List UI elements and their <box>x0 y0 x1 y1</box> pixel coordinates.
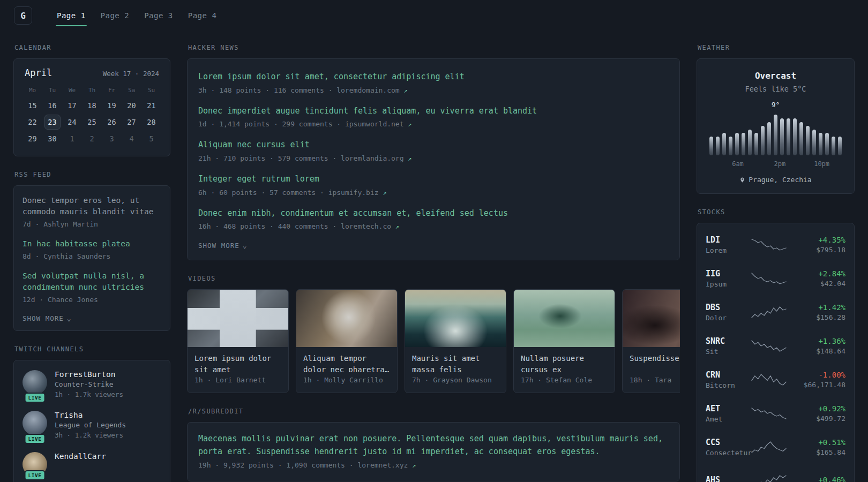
twitch-channel-name[interactable]: Trisha <box>55 411 126 419</box>
stocks-section: STOCKS LDI Lorem +4.35% $795.18 IIG <box>697 208 855 482</box>
calendar-day: 1 <box>64 131 80 146</box>
show-more-label: SHOW MORE <box>23 314 64 322</box>
tab-page-4[interactable]: Page 4 <box>181 0 225 31</box>
rss-item-title[interactable]: In hac habitasse platea <box>23 238 161 250</box>
video-title[interactable]: Lorem ipsum dolor sit amet consectetu… <box>188 347 288 372</box>
calendar-day: 20 <box>124 98 140 113</box>
hn-story-source-link[interactable]: loremlandia.org ↗ <box>341 154 411 162</box>
calendar-day: 21 <box>144 98 160 113</box>
tab-page-3[interactable]: Page 3 <box>137 0 181 31</box>
stock-ticker: LDI <box>706 235 751 245</box>
calendar-weekday: Tu <box>49 87 56 94</box>
twitch-channel[interactable]: LIVE Trisha League of Legends 3h · 1.2k … <box>23 411 161 440</box>
video-thumbnail[interactable] <box>188 290 288 347</box>
video-thumbnail[interactable] <box>514 290 615 347</box>
calendar-day: 5 <box>144 131 160 146</box>
stock-row[interactable]: CRN Bitcorn -1.00% $66,171.48 <box>706 363 845 396</box>
calendar-week-year: Week 17 · 2024 <box>103 70 159 78</box>
stock-row[interactable]: AET Amet +0.92% $499.72 <box>706 396 845 430</box>
video-card[interactable]: Nullam posuere cursus ex 17h · Stefan Co… <box>513 289 615 393</box>
hn-story-title[interactable]: Donec imperdiet augue tincidunt felis al… <box>198 105 669 117</box>
video-title[interactable]: Suspendisse diam <box>623 347 680 372</box>
calendar-day: 16 <box>44 98 61 113</box>
video-title[interactable]: Mauris sit amet massa felis <box>405 347 506 372</box>
video-card[interactable]: Mauris sit amet massa felis 7h · Grayson… <box>405 289 506 393</box>
hn-story-title[interactable]: Donec enim nibh, condimentum et accumsan… <box>198 207 669 220</box>
calendar-weekday-row: Mo Tu We Th Fr Sa Su <box>23 87 161 94</box>
stock-values: +0.92% $499.72 <box>794 404 845 423</box>
weather-condition: Overcast <box>706 71 845 81</box>
video-title[interactable]: Aliquam tempor dolor nec pharetra… <box>296 347 397 372</box>
hn-story: Aliquam nec cursus elit 21h · 710 points… <box>198 134 669 168</box>
hn-story-title[interactable]: Lorem ipsum dolor sit amet, consectetur … <box>198 71 669 83</box>
calendar-day: 19 <box>104 98 120 113</box>
stock-ticker: AET <box>706 404 751 413</box>
rss-show-more-button[interactable]: SHOW MORE ⌄ <box>23 314 161 322</box>
rss-widget: Donec tempor eros leo, ut commodo mauris… <box>13 185 170 331</box>
calendar-weekday: We <box>69 87 76 94</box>
calendar-day: 25 <box>84 115 100 130</box>
stock-id: AHS <box>706 475 751 482</box>
hn-story: Donec imperdiet augue tincidunt felis al… <box>198 100 669 134</box>
live-badge: LIVE <box>25 434 46 444</box>
stock-price: $66,171.48 <box>794 381 845 389</box>
weather-bar <box>819 133 822 155</box>
app-logo[interactable]: G <box>14 6 32 25</box>
video-meta: 1h · Molly Carrillo <box>296 372 397 392</box>
hackernews-widget: Lorem ipsum dolor sit amet, consectetur … <box>187 58 680 260</box>
tab-page-2[interactable]: Page 2 <box>93 0 137 31</box>
stock-change: +2.84% <box>794 269 845 278</box>
video-title[interactable]: Nullam posuere cursus ex <box>514 347 615 372</box>
stock-row[interactable]: SNRC Sit +1.36% $148.64 <box>706 329 845 363</box>
twitch-channel-meta: 1h · 1.7k viewers <box>55 390 123 400</box>
stock-price: $148.64 <box>794 347 845 355</box>
section-title-videos: VIDEOS <box>188 275 680 282</box>
tab-page-1[interactable]: Page 1 <box>49 0 93 31</box>
hn-story-title[interactable]: Aliquam nec cursus elit <box>198 139 669 151</box>
weather-widget: Overcast Feels like 5°C 9° 6am 2pm 10pm … <box>697 58 855 194</box>
hn-story-meta: 16h · 468 points · 440 comments · <box>198 222 341 230</box>
stock-row[interactable]: CCS Consectetur +0.51% $165.84 <box>706 430 845 464</box>
hn-story-meta-row: 3h · 148 points · 116 comments · loremdo… <box>198 86 669 95</box>
external-link-icon: ↗ <box>412 462 416 469</box>
stock-id: AET Amet <box>706 404 751 423</box>
twitch-channel[interactable]: LIVE KendallCarr <box>23 452 161 477</box>
hn-story-source-link[interactable]: loremdomain.com ↗ <box>336 86 407 94</box>
rss-item-title[interactable]: Sed volutpat nulla nisl, a condimentum n… <box>23 270 161 293</box>
subreddit-post-meta-row: 19h · 9,932 points · 1,090 comments · lo… <box>198 461 669 470</box>
section-title-twitch: TWITCH CHANNELS <box>14 345 170 353</box>
twitch-channel[interactable]: LIVE ForrestBurton Counter-Strike 1h · 1… <box>23 370 161 400</box>
hn-story: Lorem ipsum dolor sit amet, consectetur … <box>198 66 669 100</box>
hn-story-title[interactable]: Integer eget rutrum lorem <box>198 173 669 185</box>
weather-time-label: 6am <box>732 160 744 168</box>
stock-row[interactable]: AHS +0.46% <box>706 464 845 482</box>
avatar <box>23 411 47 435</box>
hackernews-show-more-button[interactable]: SHOW MORE ⌄ <box>198 236 669 253</box>
stock-values: +0.51% $165.84 <box>794 438 845 456</box>
hn-story-source-link[interactable]: ipsumworld.net ↗ <box>345 120 412 128</box>
external-link-icon: ↗ <box>408 120 411 128</box>
stock-values: +1.36% $148.64 <box>794 337 845 355</box>
video-card[interactable]: Aliquam tempor dolor nec pharetra… 1h · … <box>296 289 398 393</box>
weather-time-axis: 6am 2pm 10pm <box>706 160 845 169</box>
video-thumbnail[interactable] <box>623 290 680 347</box>
subreddit-post-source-link[interactable]: loremnet.xyz ↗ <box>357 461 416 469</box>
calendar-weekday: Mo <box>29 87 36 94</box>
stock-price: $165.84 <box>794 448 845 456</box>
twitch-channel-name[interactable]: KendallCarr <box>55 452 106 461</box>
twitch-channel-name[interactable]: ForrestBurton <box>55 370 123 379</box>
video-card[interactable]: Lorem ipsum dolor sit amet consectetu… 1… <box>187 289 289 393</box>
hn-story-source-link[interactable]: ipsumify.biz ↗ <box>328 189 387 197</box>
calendar-day-selected: 23 <box>44 115 61 130</box>
rss-item-title[interactable]: Donec tempor eros leo, ut commodo mauris… <box>23 195 161 217</box>
stock-row[interactable]: IIG Ipsum +2.84% $42.04 <box>706 261 845 295</box>
weather-bar <box>748 130 752 155</box>
video-thumbnail[interactable] <box>296 290 397 347</box>
hn-story-source-link[interactable]: loremtech.co ↗ <box>341 222 399 230</box>
video-card[interactable]: Suspendisse diam 18h · Tara <box>622 289 680 393</box>
stock-row[interactable]: DBS Dolor +1.42% $156.28 <box>706 295 845 329</box>
stock-row[interactable]: LDI Lorem +4.35% $795.18 <box>706 228 845 261</box>
video-thumbnail[interactable] <box>405 290 506 347</box>
subreddit-post-title[interactable]: Maecenas mollis pulvinar erat non posuer… <box>198 432 669 458</box>
stock-sparkline <box>751 373 787 387</box>
